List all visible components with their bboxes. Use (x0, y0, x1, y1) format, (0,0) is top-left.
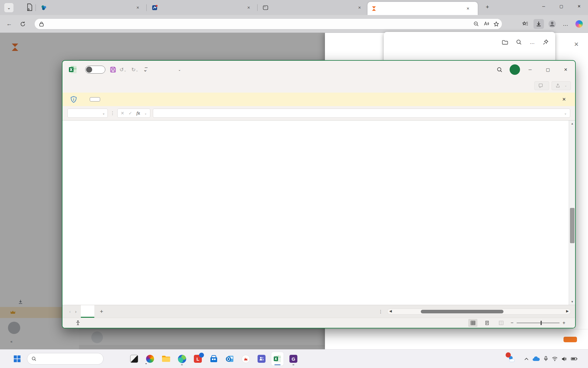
share-button[interactable]: ⌄ (552, 81, 571, 90)
formula-bar-expand-icon[interactable]: ⌄ (564, 111, 567, 115)
name-box[interactable]: ⌄ (67, 109, 108, 118)
zoom-out-button[interactable]: − (511, 320, 513, 326)
tab-divider (36, 4, 36, 11)
browser-menu-icon[interactable]: … (560, 19, 571, 29)
profile-icon[interactable] (547, 19, 557, 29)
scroll-up-icon[interactable]: ▲ (569, 121, 575, 127)
pin-panel-icon[interactable] (543, 39, 548, 45)
workspace-doc-icon[interactable] (26, 3, 33, 11)
enter-entry-icon[interactable]: ✓ (129, 111, 132, 116)
new-tab-button[interactable]: + (486, 4, 489, 10)
page-break-view-icon[interactable] (496, 319, 506, 327)
excel-close-button[interactable]: ✕ (558, 63, 573, 76)
enable-editing-button[interactable] (90, 97, 100, 102)
news-widget[interactable] (505, 355, 519, 363)
scroll-down-icon[interactable]: ▼ (569, 299, 575, 305)
zoom-slider[interactable] (517, 323, 560, 323)
favorites-list-icon[interactable] (520, 19, 530, 29)
tab-close-icon[interactable]: ✕ (465, 6, 471, 12)
linkedin-learning-icon[interactable]: L (192, 352, 204, 366)
tab-smartsheet[interactable]: ✕ (148, 2, 256, 13)
account-avatar[interactable] (510, 64, 520, 75)
wifi-icon[interactable] (552, 357, 558, 361)
microsoft-store-icon[interactable] (208, 352, 220, 366)
search-downloads-icon[interactable] (516, 39, 522, 45)
refresh-icon[interactable] (18, 20, 27, 28)
sheetbar-more-icon[interactable]: ⋮ (379, 309, 383, 314)
g-app-icon[interactable]: G (287, 352, 300, 366)
scroll-left-icon[interactable]: ◀ (389, 309, 392, 313)
comments-button[interactable] (534, 81, 549, 90)
zoom-out-icon[interactable] (473, 21, 479, 27)
file-explorer-icon[interactable] (160, 352, 172, 366)
browser-minimize-button[interactable]: ─ (535, 0, 552, 12)
battery-icon[interactable] (571, 357, 578, 361)
microphone-icon[interactable] (544, 356, 548, 362)
tab-search-button[interactable]: ⌄ (4, 3, 13, 12)
quick-access-toolbar-icon[interactable]: ⌄̅ (143, 67, 147, 73)
vertical-scroll-thumb[interactable] (570, 208, 575, 243)
excel-ribbon-tabs: ⌄ (62, 79, 575, 93)
formula-input[interactable]: ⌄ (153, 109, 570, 118)
horizontal-scrollbar[interactable]: ◀ ▶ (387, 309, 571, 315)
excel-taskbar-icon[interactable] (271, 352, 284, 366)
tab-projects[interactable]: ✕ (37, 2, 145, 13)
browser-maximize-button[interactable]: ▢ (552, 0, 570, 12)
tab-jibble-active[interactable]: ✕ (368, 2, 478, 15)
m365-app-icon[interactable] (144, 352, 156, 366)
toolbar-right-icons: … (520, 18, 584, 29)
copilot-icon[interactable] (574, 19, 584, 29)
drawer-close-icon[interactable]: ✕ (574, 41, 579, 48)
volume-icon[interactable] (562, 357, 567, 361)
newtab-icon (263, 5, 268, 10)
onedrive-icon[interactable] (533, 356, 540, 361)
downloads-icon[interactable] (533, 19, 544, 29)
accessibility-icon[interactable] (75, 320, 81, 326)
autosave-toggle[interactable] (85, 66, 105, 74)
redo-icon[interactable]: ↻⌄ (131, 67, 138, 73)
insert-function-icon[interactable]: fx (136, 110, 140, 116)
read-aloud-icon[interactable] (483, 21, 489, 27)
save-icon[interactable] (110, 66, 116, 73)
taskbar-search[interactable] (27, 353, 104, 365)
edge-icon[interactable] (176, 352, 188, 366)
zoom-slider-handle[interactable] (541, 321, 542, 325)
export-button[interactable] (564, 337, 577, 342)
sheet-next-icon[interactable]: › (75, 309, 77, 314)
tab-newtab[interactable]: ✕ (259, 2, 366, 13)
scroll-right-icon[interactable]: ▶ (566, 309, 569, 313)
address-bar[interactable] (34, 18, 502, 29)
excel-maximize-button[interactable]: ▢ (540, 63, 556, 76)
sheet-prev-icon[interactable]: ‹ (69, 309, 71, 314)
open-folder-icon[interactable] (502, 40, 508, 45)
protected-view-banner: ✕ (62, 93, 575, 106)
page-layout-view-icon[interactable] (482, 319, 492, 327)
vertical-scrollbar[interactable]: ▲ ▼ (569, 121, 575, 305)
tab-close-icon[interactable]: ✕ (135, 5, 141, 11)
excel-search-icon[interactable] (492, 63, 507, 76)
tab-close-icon[interactable]: ✕ (356, 5, 363, 11)
browser-close-button[interactable]: ✕ (570, 0, 588, 12)
start-button[interactable] (11, 352, 23, 366)
banner-close-icon[interactable]: ✕ (562, 97, 570, 102)
app-dark-icon[interactable] (128, 352, 140, 366)
teams-icon[interactable] (255, 352, 268, 366)
add-sheet-icon[interactable]: + (100, 308, 103, 315)
fx-dropdown-icon[interactable]: ⌄ (144, 112, 147, 115)
outlook-icon[interactable] (224, 352, 236, 366)
tray-expand-icon[interactable] (524, 358, 529, 360)
sheet-tab-team-summary[interactable] (81, 305, 94, 318)
tab-close-icon[interactable]: ✕ (246, 5, 252, 11)
shield-icon (70, 96, 77, 103)
zoom-in-button[interactable]: + (563, 320, 565, 326)
normal-view-icon[interactable] (468, 319, 477, 327)
name-box-dropdown-icon[interactable]: ⌄ (102, 111, 105, 115)
cancel-entry-icon[interactable]: ✕ (121, 111, 124, 116)
horizontal-scroll-thumb[interactable] (421, 310, 503, 313)
downloads-more-icon[interactable]: … (530, 40, 535, 45)
smartsheet-icon-taskbar[interactable] (239, 352, 252, 366)
favorite-star-icon[interactable] (493, 21, 499, 27)
excel-minimize-button[interactable]: ─ (522, 63, 538, 76)
undo-icon[interactable]: ↺⌄ (119, 67, 126, 73)
back-icon[interactable]: ← (5, 20, 13, 28)
